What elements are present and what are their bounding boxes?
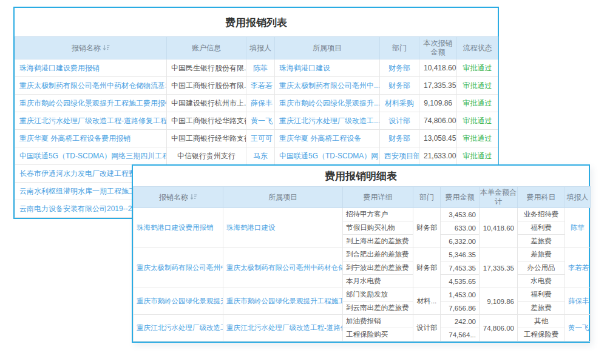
cell-expense-amount: 4,535.65 — [441, 275, 480, 288]
cell-project-link[interactable]: 重庆江北污水处理厂级改造工... — [275, 112, 380, 130]
cell-department-link[interactable]: 设计部 — [380, 112, 419, 130]
cell-status-link[interactable]: 审批通过 — [457, 95, 498, 112]
cell-project-link[interactable]: 珠海鹤港口建设 — [275, 59, 380, 77]
cell-account: 中国民生银行股份有限... — [167, 59, 246, 77]
cell-expense-amount: 633.00 — [441, 221, 480, 235]
cell-status-link[interactable]: 审批通过 — [457, 147, 498, 165]
expense-list-title: 费用报销列表 — [15, 8, 498, 36]
cell-reporter-link[interactable]: 李若若 — [246, 77, 275, 95]
cell-project-link[interactable]: 重庆华夏 外高桥工程设备 — [275, 130, 380, 147]
cell-expense-detail: 到云南出差的差旅费 — [343, 302, 413, 315]
list-row: 重庆江北污水处理厂级改造工程-道路修复工程费用... 中国工商银行经华路支行 黄… — [15, 112, 498, 130]
header-reporter: 填报人 — [246, 37, 275, 59]
cell-expense-detail: 到合肥出差的差旅费 — [343, 248, 413, 261]
cell-expense-detail: 到宁波出差的差旅费 — [343, 261, 413, 275]
cell-expense-name-link[interactable]: 重庆江北污水处理厂级改造工程-道路修复工程费用报销 — [134, 315, 223, 342]
cell-project-link[interactable]: 重庆江北污水处理厂级改造工程-道路修复工程 — [223, 315, 343, 342]
header-account-info: 账户信息 — [167, 37, 246, 59]
cell-expense-name-link[interactable]: 珠海鹤港口建设费用报销 — [15, 59, 167, 77]
cell-reporter-link[interactable]: 陈菲 — [565, 208, 591, 248]
cell-expense-name-link[interactable]: 重庆华夏 外高桥工程设备费用报销 — [15, 130, 167, 147]
header-department: 部门 — [380, 37, 419, 59]
list-row: 重庆华夏 外高桥工程设备费用报销 中国工商银行经华路支行 王可可 重庆华夏 外高… — [15, 130, 498, 147]
cell-reporter-link[interactable]: 李若若 — [565, 248, 591, 288]
cell-expense-name-link[interactable]: 重庆太极制药有限公司亳州中药材仓储物流基地项... — [15, 77, 167, 95]
cell-expense-subject: 工程保险费 — [518, 328, 565, 342]
cell-project-link[interactable]: 珠海鹤港口建设 — [223, 208, 343, 248]
cell-expense-amount: 242.00 — [441, 315, 480, 328]
cell-project-link[interactable]: 重庆太极制药有限公司亳州中... — [275, 77, 380, 95]
sort-icon[interactable] — [103, 44, 110, 51]
detail-row: 重庆市鹅岭公园绿化景观提升工程施工费用报销 重庆市鹅岭公园绿化景观提升工程施工 … — [134, 288, 591, 302]
cell-project-link[interactable]: 中国联通5G（TD-SCDMA）网... — [275, 147, 380, 165]
cell-expense-name-link[interactable]: 重庆江北污水处理厂级改造工程-道路修复工程费用... — [15, 112, 167, 130]
cell-expense-detail: 加油费报销 — [343, 315, 413, 328]
cell-department-link[interactable]: 财务部 — [380, 77, 419, 95]
cell-status-link[interactable]: 审批通过 — [457, 59, 498, 77]
cell-status-link[interactable]: 审批通过 — [457, 77, 498, 95]
cell-account: 中信银行贵州支行 — [167, 147, 246, 165]
cell-department-link[interactable]: 材料采购 — [380, 95, 419, 112]
cell-expense-amount: 1,453.00 — [441, 288, 480, 302]
cell-account: 中国工商银行经华路支行 — [167, 130, 246, 147]
cell-expense-amount: 5,346.35 — [441, 248, 480, 261]
cell-department: 财务部 — [413, 248, 441, 288]
cell-expense-name-link[interactable]: 重庆市鹅岭公园绿化景观提升工程施工费用报销 — [134, 288, 223, 315]
detail-row: 珠海鹤港口建设费用报销 珠海鹤港口建设 招待甲方客户 财务部 3,453.60 … — [134, 208, 591, 221]
expense-detail-card: 费用报销明细表 报销名称 所属项目 费用详细 部门 费用金额 本单金额合计 费用… — [132, 164, 590, 343]
cell-expense-detail: 部门奖励发放 — [343, 288, 413, 302]
cell-expense-name-link[interactable]: 重庆市鹅岭公园绿化景观提升工程施工费用报销 — [15, 95, 167, 112]
cell-expense-subject: 业务招待费 — [518, 208, 565, 221]
cell-reporter-link[interactable]: 王可可 — [246, 130, 275, 147]
cell-amount: 13,058.45 — [419, 130, 457, 147]
cell-reporter-link[interactable]: 陈菲 — [246, 59, 275, 77]
cell-expense-detail: 到上海出差的差旅费 — [343, 235, 413, 248]
cell-expense-subject: 差旅费 — [518, 302, 565, 315]
list-row: 重庆太极制药有限公司亳州中药材仓储物流基地项... 中国工商银行股份有限... … — [15, 77, 498, 95]
cell-expense-name-link[interactable]: 中国联通5G（TD-SCDMA）网络三期四川工程费... — [15, 147, 167, 165]
cell-department-link[interactable]: 财务部 — [380, 130, 419, 147]
cell-status-link[interactable]: 审批通过 — [457, 112, 498, 130]
header-status: 流程状态 — [457, 37, 498, 59]
cell-expense-subject: 其他 — [518, 315, 565, 328]
cell-expense-name-link[interactable]: 重庆太极制药有限公司亳州中药材仓储物流基地项目费用报销 — [134, 248, 223, 288]
header-reporter: 填报人 — [565, 187, 591, 208]
cell-account: 中国工商银行经华路支行 — [167, 112, 246, 130]
sort-icon[interactable] — [190, 194, 197, 200]
header-amount: 本次报销金额 — [419, 37, 457, 59]
cell-reporter-link[interactable]: 薛保丰 — [565, 288, 591, 315]
cell-expense-amount: 3,453.60 — [441, 208, 480, 221]
header-expense-subject: 费用科目 — [518, 187, 565, 208]
cell-account: 中国工商银行股份有限... — [167, 77, 246, 95]
cell-reporter-link[interactable]: 马东 — [246, 147, 275, 165]
cell-project-link[interactable]: 重庆市鹅岭公园绿化景观提升... — [275, 95, 380, 112]
cell-expense-subject: 福利费 — [518, 221, 565, 235]
header-expense-name[interactable]: 报销名称 — [134, 187, 223, 208]
cell-project-link[interactable]: 重庆市鹅岭公园绿化景观提升工程施工 — [223, 288, 343, 315]
cell-expense-amount: 74,564... — [441, 328, 480, 342]
cell-expense-subject: 差旅费 — [518, 235, 565, 248]
cell-amount: 21,633.00 — [419, 147, 457, 165]
cell-department-link[interactable]: 财务部 — [380, 59, 419, 77]
cell-expense-detail: 招待甲方客户 — [343, 208, 413, 221]
cell-reporter-link[interactable]: 薛保丰 — [246, 95, 275, 112]
cell-reporter-link[interactable]: 黄一飞 — [565, 315, 591, 342]
cell-department-link[interactable]: 西安项目部 — [380, 147, 419, 165]
cell-expense-name-link[interactable]: 珠海鹤港口建设费用报销 — [134, 208, 223, 248]
cell-expense-amount: 7,656.86 — [441, 302, 480, 315]
cell-order-total: 17,335.35 — [480, 248, 518, 288]
detail-row: 重庆江北污水处理厂级改造工程-道路修复工程费用报销 重庆江北污水处理厂级改造工程… — [134, 315, 591, 328]
cell-order-total: 9,109.86 — [480, 288, 518, 315]
cell-department: 设计部 — [413, 315, 441, 342]
header-expense-name[interactable]: 报销名称 — [15, 37, 167, 59]
cell-expense-subject: 水电费 — [518, 275, 565, 288]
cell-amount: 74,806.00 — [419, 112, 457, 130]
expense-detail-title: 费用报销明细表 — [133, 166, 589, 186]
cell-department: 材料... — [413, 288, 441, 315]
list-row: 重庆市鹅岭公园绿化景观提升工程施工费用报销 中国建设银行杭州市上... 薛保丰 … — [15, 95, 498, 112]
cell-status-link[interactable]: 审批通过 — [457, 130, 498, 147]
cell-amount: 9,109.86 — [419, 95, 457, 112]
cell-expense-subject: 差旅费 — [518, 248, 565, 261]
cell-reporter-link[interactable]: 黄一飞 — [246, 112, 275, 130]
cell-project-link[interactable]: 重庆太极制药有限公司亳州中药材仓储物流基地 — [223, 248, 343, 288]
